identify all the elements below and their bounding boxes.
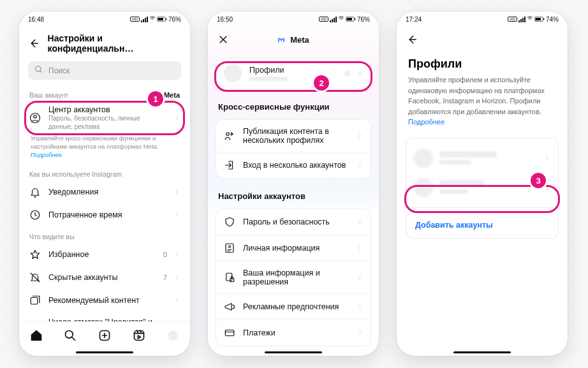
svg-point-3 [36,66,41,71]
megaphone-icon [224,301,235,313]
bottom-nav [19,321,190,348]
svg-rect-14 [355,18,355,20]
svg-point-11 [168,330,178,340]
close-icon[interactable] [217,33,230,46]
status-time: 17:24 [406,16,422,23]
count-badge: 7 [163,274,167,281]
battery-icon [346,16,356,23]
likes-shares-item[interactable]: Число отметок "Нравится" и поделившихся [19,312,190,321]
multi-login-item[interactable]: Вход в несколько аккаунтов [216,152,371,178]
section-what-you-see: Что видите вы [19,226,190,243]
account-center-note: Управляйте кросс-сервисными функциями и … [19,135,190,164]
time-spent-item[interactable]: Потраченное время [19,203,190,226]
page-description: Управляйте профилем и используйте одинак… [397,75,568,134]
card-icon [224,327,235,339]
person-circle-icon [29,112,41,124]
chevron-right-icon [173,295,180,306]
profile-row[interactable] [406,144,558,173]
chevron-right-icon [173,209,180,221]
personal-info-item[interactable]: Личная информация [216,235,371,261]
hidden-accounts-item[interactable]: Скрытые аккаунты 7 [19,266,190,289]
account-center-title: Центр аккаунтов [48,105,166,114]
learn-more-link[interactable]: Подробнее [408,118,445,126]
chevron-right-icon [544,152,550,164]
profile-avatar [224,64,242,82]
password-security-item[interactable]: Пароль и безопасность [216,209,371,235]
home-icon[interactable] [30,329,43,342]
home-indicator [397,348,568,356]
search-input[interactable]: Поиск [28,61,181,80]
search-icon [34,65,43,76]
page-title: Профили [397,51,568,75]
section-cross-service: Кросс-сервисные функции [208,93,379,115]
chevron-right-icon [356,130,363,142]
profiles-item[interactable]: Профили [216,58,371,89]
phone-screen-1: 16:48 HD 76% Настройки и конфиденциальн…… [19,11,190,356]
chevron-right-icon [173,249,180,260]
add-accounts-card: Добавить аккаунты [406,212,559,239]
your-info-permissions-item[interactable]: Ваша информация и разрешения [216,261,371,293]
phone-screen-3: 17:24 HD 74% Профили Управляйте профилем… [397,11,568,356]
cross-posting-item[interactable]: Публикация контента в нескольких профиля… [216,120,371,152]
svg-point-15 [226,133,230,136]
wifi-icon [338,15,344,23]
account-center-sub: Пароль, безопасность, личные данные, рек… [48,114,166,131]
page-title: Настройки и конфиденциальн… [48,33,181,54]
favorites-item[interactable]: Избранное 0 [19,243,190,266]
bell-icon [29,186,41,198]
add-accounts-link[interactable]: Добавить аккаунты [406,212,558,238]
back-icon[interactable] [28,37,40,50]
svg-rect-7 [31,298,38,305]
back-icon[interactable] [406,33,418,46]
avatar [414,178,433,197]
battery-pct: 76% [168,16,181,23]
chevron-right-icon [356,68,363,79]
account-settings-card: Пароль и безопасность Личная информация … [216,209,371,346]
section-usage: Как вы используете Instagram [19,164,190,180]
annotation-badge-2: 2 [314,75,329,91]
search-icon[interactable] [64,329,77,342]
add-post-icon[interactable] [98,329,111,342]
svg-point-5 [34,115,37,119]
avatar [414,149,433,168]
star-icon [29,249,41,260]
svg-rect-13 [346,18,352,20]
account-center-item[interactable]: Центр аккаунтов Пароль, безопасность, ли… [19,101,190,135]
learn-more-link[interactable]: Подробнее [31,151,62,158]
id-card-icon [224,242,235,254]
share-person-icon [224,130,235,142]
suggested-content-item[interactable]: Рекомендуемый контент [19,289,190,312]
cross-service-card: Публикация контента в нескольких профиля… [216,119,371,179]
battery-icon [157,16,167,23]
status-bar: 16:50 HD 76% [208,11,379,27]
bell-off-icon [29,272,41,283]
battery-pct: 76% [357,16,370,23]
svg-point-17 [229,246,231,247]
profiles-card: Профили [216,57,371,89]
chevron-right-icon [356,272,363,283]
wifi-icon [149,15,156,23]
status-bar: 16:48 HD 76% [19,11,190,27]
chevron-right-icon [356,216,363,228]
profile-icon[interactable] [166,329,179,342]
annotation-badge-1: 1 [148,91,163,107]
search-placeholder: Поиск [48,66,70,75]
ad-preferences-item[interactable]: Рекламные предпочтения [216,293,371,320]
chevron-right-icon [356,301,363,313]
signal-icon [518,17,526,22]
count-badge: 0 [163,251,167,258]
clock-icon [29,209,41,221]
phone-screen-2: 16:50 HD 76% Meta Профили [208,11,379,356]
wifi-icon [527,15,533,23]
header [397,27,568,51]
section-your-account: Ваш аккаунт Meta [19,85,190,101]
reels-icon[interactable] [133,329,145,342]
payments-item[interactable]: Платежи [216,320,371,346]
status-time: 16:50 [217,16,233,23]
home-indicator [19,348,190,356]
notifications-item[interactable]: Уведомления [19,180,190,203]
annotation-badge-3: 3 [531,173,546,188]
chevron-right-icon [173,272,180,283]
svg-rect-25 [543,18,544,20]
feed-icon [29,295,41,306]
